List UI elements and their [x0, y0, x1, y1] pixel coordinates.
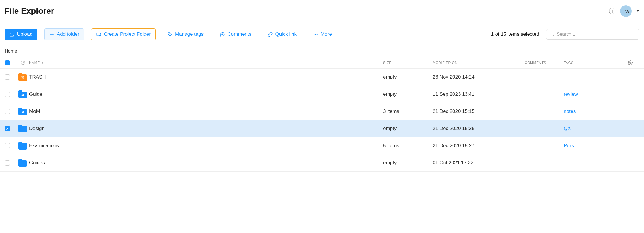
header-right: i TW [609, 5, 639, 17]
toolbar: Upload Add folder Create Project Folder … [0, 22, 644, 46]
table-row[interactable]: Examinations5 items21 Dec 2020 15:27Pers [0, 137, 644, 154]
row-checkbox[interactable] [5, 143, 10, 148]
table-header: NAME ↑ SIZE MODIFIED ON COMMENTS TAGS [0, 57, 644, 69]
quick-link-label: Quick link [275, 31, 297, 37]
shared-folder-icon [18, 108, 27, 115]
svg-line-11 [553, 35, 554, 36]
folder-icon [18, 125, 27, 132]
row-tag[interactable]: notes [564, 109, 576, 114]
row-modified: 01 Oct 2021 17:22 [433, 160, 505, 166]
row-modified: 21 Dec 2020 15:28 [433, 126, 505, 131]
more-icon [313, 32, 318, 37]
quick-link-button[interactable]: Quick link [263, 29, 301, 40]
row-modified: 26 Nov 2020 14:24 [433, 74, 505, 80]
shared-folder-icon [18, 90, 27, 98]
comments-label: Comments [227, 31, 251, 37]
row-size: empty [383, 91, 433, 97]
more-label: More [321, 31, 332, 37]
info-icon[interactable]: i [609, 8, 615, 14]
tag-icon [167, 32, 173, 37]
manage-tags-button[interactable]: Manage tags [163, 29, 208, 40]
row-checkbox[interactable] [5, 74, 10, 80]
upload-icon [9, 32, 15, 37]
selection-count: 1 of 15 items selected [491, 31, 539, 37]
row-checkbox[interactable]: ✓ [5, 126, 10, 131]
row-checkbox[interactable] [5, 109, 10, 114]
plus-icon [49, 32, 54, 37]
row-name[interactable]: TRASH [29, 74, 46, 80]
column-settings-icon[interactable] [628, 60, 639, 65]
add-folder-button[interactable]: Add folder [44, 28, 84, 40]
folder-icon [18, 142, 27, 150]
row-checkbox[interactable] [5, 160, 10, 166]
project-folder-icon [96, 32, 101, 37]
create-project-folder-button[interactable]: Create Project Folder [91, 28, 156, 40]
folder-icon [18, 159, 27, 167]
svg-point-9 [317, 34, 318, 35]
svg-point-8 [315, 34, 316, 35]
refresh-icon[interactable] [16, 61, 29, 65]
row-modified: 21 Dec 2020 15:27 [433, 143, 505, 149]
svg-point-12 [630, 62, 631, 64]
column-header-name[interactable]: NAME ↑ [29, 61, 383, 65]
table-row[interactable]: Guidesempty01 Oct 2021 17:22 [0, 154, 644, 172]
comments-icon [220, 32, 225, 37]
row-name[interactable]: Guide [29, 91, 42, 97]
upload-label: Upload [17, 31, 33, 37]
breadcrumb[interactable]: Home [0, 46, 644, 57]
svg-point-16 [23, 111, 24, 112]
more-button[interactable]: More [308, 29, 337, 40]
svg-point-4 [169, 33, 169, 34]
avatar[interactable]: TW [620, 5, 632, 17]
row-name[interactable]: Guides [29, 160, 45, 166]
sort-asc-icon: ↑ [42, 61, 43, 65]
app-header: File Explorer i TW [0, 0, 644, 22]
table-row[interactable]: Guideempty11 Sep 2023 13:41review [0, 86, 644, 103]
row-name[interactable]: Design [29, 126, 45, 131]
row-size: empty [383, 74, 433, 80]
manage-tags-label: Manage tags [175, 31, 204, 37]
row-checkbox[interactable] [5, 92, 10, 97]
trash-folder-icon [18, 73, 27, 81]
row-tag[interactable]: QX [564, 126, 571, 131]
row-tag[interactable]: Pers [564, 143, 574, 148]
search-icon [550, 32, 554, 37]
row-name[interactable]: MoM [29, 109, 40, 114]
row-size: empty [383, 126, 433, 131]
create-project-label: Create Project Folder [104, 31, 151, 37]
user-menu-caret-icon[interactable] [636, 10, 639, 12]
file-table: NAME ↑ SIZE MODIFIED ON COMMENTS TAGS TR… [0, 57, 644, 172]
column-header-comments[interactable]: COMMENTS [505, 61, 546, 65]
row-name[interactable]: Examinations [29, 143, 59, 149]
table-row[interactable]: ✓Designempty21 Dec 2020 15:28QX [0, 120, 644, 137]
select-all-checkbox[interactable] [5, 60, 10, 65]
search-input[interactable] [557, 32, 636, 37]
column-header-tags[interactable]: TAGS [546, 61, 628, 65]
row-modified: 21 Dec 2020 15:15 [433, 109, 505, 114]
column-header-modified[interactable]: MODIFIED ON [433, 61, 505, 65]
search-box[interactable] [546, 29, 639, 40]
svg-point-7 [314, 34, 314, 35]
row-tag[interactable]: review [564, 91, 578, 97]
svg-point-13 [22, 94, 23, 95]
row-size: empty [383, 160, 433, 166]
table-row[interactable]: MoM3 items21 Dec 2020 15:15notes [0, 103, 644, 120]
comments-button[interactable]: Comments [215, 29, 256, 40]
upload-button[interactable]: Upload [5, 29, 37, 40]
row-size: 3 items [383, 109, 433, 114]
row-size: 5 items [383, 143, 433, 149]
column-header-size[interactable]: SIZE [383, 61, 433, 65]
row-modified: 11 Sep 2023 13:41 [433, 91, 505, 97]
checkmark-icon: ✓ [6, 127, 9, 131]
add-folder-label: Add folder [57, 31, 79, 37]
page-title: File Explorer [5, 6, 54, 16]
table-row[interactable]: TRASHempty26 Nov 2020 14:24 [0, 69, 644, 86]
svg-point-14 [23, 94, 24, 95]
svg-point-15 [22, 111, 23, 112]
link-icon [268, 32, 273, 37]
